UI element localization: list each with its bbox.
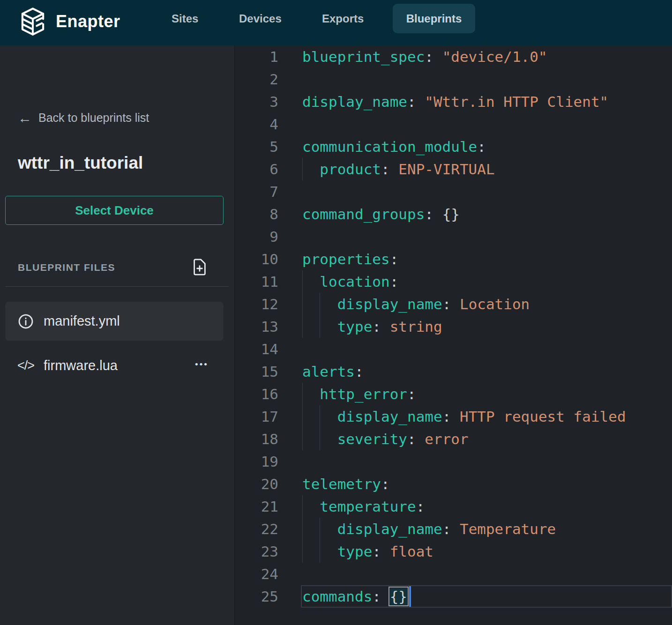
code-line-8[interactable]: 8command_groups: {} [235,203,672,225]
code-line-11[interactable]: 11location: [235,270,672,293]
nav-item-exports[interactable]: Exports [322,0,364,37]
code-line-13[interactable]: 13type: string [235,315,672,338]
code-icon: </> [17,358,34,373]
line-number: 19 [235,450,278,473]
line-number: 20 [235,473,278,495]
code-line-24[interactable]: 24 [235,563,672,585]
file-menu-ellipsis-icon[interactable]: ••• [195,359,209,370]
nav-item-blueprints[interactable]: Blueprints [393,4,475,33]
file-item-manifest[interactable]: manifest.yml [5,302,224,341]
line-number: 5 [235,135,278,158]
code-line-5[interactable]: 5communication_module: [235,135,672,158]
files-section-label: BLUEPRINT FILES [18,262,115,273]
line-number: 25 [235,585,278,608]
line-number: 23 [235,540,278,563]
line-number: 12 [235,293,278,315]
sidebar-divider [6,286,229,287]
code-line-12[interactable]: 12display_name: Location [235,293,672,315]
line-number: 10 [235,248,278,270]
line-number: 24 [235,563,278,585]
line-number: 17 [235,405,278,428]
code-line-16[interactable]: 16http_error: [235,383,672,405]
line-number: 9 [235,225,278,248]
line-number: 2 [235,68,278,90]
code-line-17[interactable]: 17display_name: HTTP request failed [235,405,672,428]
brand-name: Enapter [56,12,120,31]
code-line-2[interactable]: 2 [235,68,672,90]
text-cursor [409,586,411,608]
code-line-1[interactable]: 1blueprint_spec: "device/1.0" [235,45,672,68]
top-nav: Enapter Sites Devices Exports Blueprints [0,0,672,45]
file-name: manifest.yml [44,313,120,329]
line-number: 22 [235,518,278,540]
app-window: Enapter Sites Devices Exports Blueprints… [0,0,672,625]
line-number: 14 [235,338,278,360]
code-line-15[interactable]: 15alerts: [235,360,672,383]
line-number: 8 [235,203,278,225]
code-line-4[interactable]: 4 [235,113,672,135]
code-line-10[interactable]: 10properties: [235,248,672,270]
code-line-23[interactable]: 23type: float [235,540,672,563]
add-file-icon[interactable] [191,257,208,277]
code-line-18[interactable]: 18severity: error [235,428,672,450]
code-line-19[interactable]: 19 [235,450,672,473]
blueprint-title: wttr_in_tutorial [18,153,143,173]
code-line-20[interactable]: 20telemetry: [235,473,672,495]
bracket-match-highlight: {} [390,588,407,605]
sidebar: ← Back to blueprints list wttr_in_tutori… [0,45,234,625]
back-link-label: Back to blueprints list [38,111,149,125]
code-line-9[interactable]: 9 [235,225,672,248]
back-arrow-icon: ← [18,112,32,124]
info-icon [17,313,34,330]
code-line-6[interactable]: 6product: ENP-VIRTUAL [235,158,672,180]
brand[interactable]: Enapter [16,0,120,43]
line-number: 4 [235,113,278,135]
enapter-logo-icon [16,5,49,38]
nav-item-sites[interactable]: Sites [172,0,198,37]
code-line-25[interactable]: 25commands: {} [235,585,672,608]
line-number: 21 [235,495,278,518]
line-number: 13 [235,315,278,338]
line-number: 11 [235,270,278,293]
code-line-21[interactable]: 21temperature: [235,495,672,518]
line-number: 18 [235,428,278,450]
code-editor[interactable]: 1blueprint_spec: "device/1.0"23display_n… [234,45,672,625]
file-item-firmware[interactable]: </> firmware.lua ••• [5,348,224,383]
line-number: 7 [235,180,278,203]
select-device-button[interactable]: Select Device [5,196,224,225]
file-name: firmware.lua [44,358,118,373]
code-line-14[interactable]: 14 [235,338,672,360]
line-number: 6 [235,158,278,180]
code-lines: 1blueprint_spec: "device/1.0"23display_n… [235,45,672,608]
line-number: 1 [235,45,278,68]
line-number: 16 [235,383,278,405]
line-number: 3 [235,90,278,113]
nav-item-devices[interactable]: Devices [239,0,282,37]
code-line-3[interactable]: 3display_name: "Wttr.in HTTP Client" [235,90,672,113]
code-line-22[interactable]: 22display_name: Temperature [235,518,672,540]
line-number: 15 [235,360,278,383]
back-link[interactable]: ← Back to blueprints list [18,111,149,125]
code-line-7[interactable]: 7 [235,180,672,203]
